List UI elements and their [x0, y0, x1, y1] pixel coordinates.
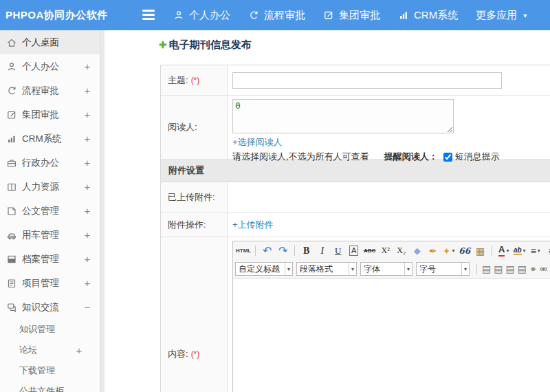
upload-attachment-link[interactable]: +上传附件	[232, 219, 274, 231]
ordered-list-icon[interactable]: ≡▾	[528, 243, 542, 258]
remove-link-icon[interactable]: ⚮	[540, 264, 547, 274]
sidebar-item-human-resources[interactable]: 人力资源 +	[0, 175, 100, 199]
topnav-workflow-approval[interactable]: 流程审批	[248, 9, 305, 22]
html-source-button[interactable]: HTML	[236, 243, 251, 258]
topnav-group-approval[interactable]: 集团审批	[323, 9, 380, 22]
person-icon	[173, 10, 184, 21]
expand-plus-icon[interactable]: +	[75, 345, 83, 356]
topnav-personal-office[interactable]: 个人办公	[173, 9, 230, 22]
chevron-down-icon: ▾	[523, 12, 527, 19]
undo-icon[interactable]: ↶	[260, 243, 274, 258]
sidebar-item-project-management[interactable]: 项目管理 +	[0, 271, 100, 295]
subject-input[interactable]	[232, 72, 502, 89]
align-left-icon[interactable]: ▤	[482, 263, 491, 274]
document-icon	[6, 206, 17, 217]
redo-icon[interactable]: ↷	[276, 243, 290, 258]
edit-icon	[323, 10, 334, 21]
car-icon	[6, 230, 17, 241]
archive-icon	[6, 254, 17, 265]
sidebar-item-workflow-approval[interactable]: 流程审批 +	[0, 78, 100, 102]
superscript-icon[interactable]: X²	[378, 243, 393, 258]
expand-plus-icon[interactable]: +	[83, 85, 91, 96]
paste-icon[interactable]: ▦	[473, 243, 487, 258]
page-title: ✚ 电子期刊信息发布	[159, 36, 252, 54]
eraser-icon[interactable]: ◆	[410, 243, 424, 258]
bold-icon[interactable]: B	[299, 243, 314, 258]
expand-plus-icon[interactable]: +	[83, 109, 91, 120]
expand-plus-icon[interactable]: +	[83, 253, 91, 265]
chart-icon	[6, 133, 17, 144]
chart-icon	[398, 10, 409, 21]
subscript-icon[interactable]: X₂	[394, 243, 408, 258]
readers-textarea[interactable]: 0	[232, 99, 454, 133]
expand-plus-icon[interactable]: +	[83, 229, 91, 241]
strikethrough-icon[interactable]: ABC	[362, 243, 377, 258]
sidebar-subitem-public-file-cabinet[interactable]: 公共文件柜	[0, 381, 100, 392]
chevron-down-icon: ▾	[404, 263, 412, 275]
readers-row: 阅读人: 0 +选择阅读人 请选择阅读人,不选为所有人可查看 提醒阅读人： 短消…	[161, 96, 550, 160]
custom-title-select[interactable]: 自定义标题▾	[235, 262, 293, 276]
align-justify-icon[interactable]: ▤	[518, 263, 527, 274]
content-row: 内容: (*) HTML ↶ ↷	[161, 237, 550, 392]
person-icon	[6, 61, 17, 72]
unordered-list-icon[interactable]: ≡	[544, 243, 550, 258]
insert-link-icon[interactable]: ⚭	[529, 264, 537, 274]
expand-plus-icon[interactable]: +	[83, 181, 91, 193]
edit-icon	[6, 109, 17, 120]
readers-hint: 请选择阅读人,不选为所有人可查看	[232, 151, 369, 163]
blockquote-icon[interactable]: 66	[457, 243, 472, 258]
expand-plus-icon[interactable]: +	[83, 157, 91, 168]
expand-plus-icon[interactable]: +	[83, 61, 91, 72]
sidebar-item-crm-system[interactable]: CRM系统 +	[0, 127, 100, 151]
chat-icon	[6, 302, 17, 313]
sidebar-subitem-download-management[interactable]: 下载管理	[0, 360, 100, 381]
font-color-icon[interactable]: A▾	[496, 243, 511, 258]
sidebar-item-official-documents[interactable]: 公文管理 +	[0, 199, 100, 223]
chevron-down-icon: ▾	[461, 263, 469, 275]
sidebar-subitem-knowledge-management[interactable]: 知识管理	[0, 319, 100, 340]
sms-notify-checkbox[interactable]	[443, 153, 452, 162]
collapse-minus-icon[interactable]: −	[83, 301, 91, 313]
sidebar-item-admin-office[interactable]: 行政办公 +	[0, 151, 100, 175]
sidebar-item-personal-desktop[interactable]: 个人桌面	[0, 30, 100, 54]
underline-icon[interactable]: U	[331, 243, 345, 258]
align-right-icon[interactable]: ▤	[505, 263, 514, 274]
font-size-select[interactable]: 字号▾	[416, 262, 470, 276]
topnav-crm-system[interactable]: CRM系统	[398, 9, 458, 22]
sidebar-item-group-approval[interactable]: 集团审批 +	[0, 102, 100, 127]
cycle-icon	[248, 10, 259, 21]
sidebar-subitem-forum[interactable]: 论坛 +	[0, 340, 100, 360]
required-mark: (*)	[191, 349, 200, 359]
expand-plus-icon[interactable]: +	[83, 277, 91, 289]
chevron-down-icon: ▾	[349, 263, 356, 275]
highlight-icon[interactable]: ab▾	[512, 243, 527, 258]
sidebar-item-knowledge-exchange[interactable]: 知识交流 −	[0, 295, 100, 319]
topbar: PHPOA协同办公软件 个人办公 流程审批 集团审批 CRM系统 更多应用 ▾	[0, 0, 550, 30]
format-brush-icon[interactable]: ✒	[426, 243, 440, 258]
toolbar-row2-selects: 自定义标题▾ 段落格式▾ 字体▾ 字号▾	[235, 262, 473, 276]
italic-icon[interactable]: I	[315, 243, 329, 258]
sidebar-item-vehicle-management[interactable]: 用车管理 +	[0, 223, 100, 247]
chevron-down-icon: ▾	[285, 263, 292, 275]
paragraph-format-select[interactable]: 段落格式▾	[296, 262, 357, 276]
cycle-icon	[6, 85, 17, 96]
uploaded-attachments-label: 已上传附件:	[168, 191, 215, 204]
rich-text-editor: HTML ↶ ↷ B I	[232, 241, 550, 392]
sidebar-item-personal-office[interactable]: 个人办公 +	[0, 54, 100, 78]
sidebar-item-archives-management[interactable]: 档案管理 +	[0, 247, 100, 271]
attachment-ops-row: 附件操作: +上传附件	[161, 213, 550, 237]
content-label: 内容:	[168, 348, 188, 360]
app-logo[interactable]: PHPOA协同办公软件	[6, 0, 108, 30]
expand-plus-icon[interactable]: +	[83, 133, 91, 144]
book-icon	[6, 182, 17, 193]
font-family-select[interactable]: 字体▾	[360, 262, 412, 276]
font-style-icon[interactable]: A	[346, 243, 361, 258]
magic-wand-icon[interactable]: ✦▾	[441, 243, 456, 258]
expand-plus-icon[interactable]: +	[83, 205, 91, 217]
menu-toggle-icon[interactable]	[142, 10, 157, 22]
editor-content-area[interactable]	[233, 279, 550, 392]
topnav-more-apps[interactable]: 更多应用 ▾	[476, 9, 527, 22]
choose-readers-link[interactable]: +选择阅读人	[232, 136, 283, 149]
editor-toolbar-row2: 自定义标题▾ 段落格式▾ 字体▾ 字号▾ ▤ ▤ ▤	[233, 260, 550, 279]
align-center-icon[interactable]: ▤	[494, 263, 503, 274]
